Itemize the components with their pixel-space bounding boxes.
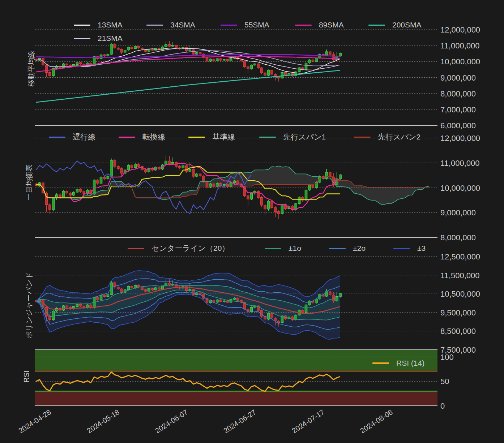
candle-up: [124, 50, 126, 52]
candle-up: [339, 293, 342, 296]
legend-swatch-sigma2: [329, 248, 346, 249]
candle-down: [137, 164, 140, 167]
candle-down: [271, 313, 273, 318]
tenkan-line: [36, 163, 340, 210]
legend-swatch-13sma: [74, 25, 90, 26]
sma-21-line: [36, 48, 340, 70]
candle-up: [134, 46, 137, 49]
legend-swatch-chikou: [49, 137, 65, 138]
candle-down: [151, 49, 154, 50]
ytick-p2: 11,000,000: [440, 159, 479, 168]
ytick-p1: 8,000,000: [440, 89, 476, 98]
legend-item-21sma: 21SMA: [74, 34, 123, 43]
candle-down: [236, 181, 239, 184]
candle-down: [117, 48, 120, 49]
legend-label-kijun: 基準線: [212, 132, 235, 142]
chart-lines: [36, 48, 429, 391]
candle-up: [161, 286, 164, 289]
candle-down: [117, 166, 120, 168]
candle-down: [219, 300, 222, 302]
candle-down: [49, 205, 51, 210]
candle-up: [233, 181, 236, 182]
ytick-p3: 8,500,000: [440, 327, 476, 336]
ytick-p1: 6,000,000: [440, 121, 476, 130]
ytick-p1: 10,000,000: [440, 57, 480, 66]
ytick-p3: 12,500,000: [440, 252, 480, 261]
legend-swatch-200sma: [368, 25, 385, 26]
legend-item-chikou: 遅行線: [49, 132, 95, 142]
candle-up: [305, 305, 307, 313]
candle-down: [103, 55, 106, 56]
candle-up: [76, 189, 78, 192]
candle-up: [189, 169, 191, 172]
candle-up: [107, 54, 109, 56]
candle-up: [148, 289, 150, 291]
legend-label-sigma2: ±2σ: [353, 244, 366, 253]
candle-up: [62, 191, 65, 197]
ytick-p2: 12,000,000: [440, 134, 480, 143]
legend-item-tenkan: 転換線: [119, 132, 165, 142]
candle-down: [131, 47, 133, 49]
candle-down: [243, 61, 246, 67]
ytick-p1: 11,000,000: [440, 41, 479, 50]
candle-down: [260, 197, 263, 205]
candle-down: [80, 189, 82, 192]
candle-up: [315, 58, 318, 61]
legend-item-sigma1: ±1σ: [265, 244, 302, 253]
candle-down: [260, 68, 263, 73]
candle-up: [281, 205, 283, 214]
legend-item-200sma: 200SMA: [368, 20, 422, 30]
candle-up: [62, 306, 65, 310]
legend-item-sigma2: ±2σ: [329, 244, 366, 253]
ytick-p1: 9,000,000: [440, 73, 476, 82]
ytick-p2: 10,000,000: [440, 184, 480, 193]
chart-page: { "background": "#1a1a1a", "grid": { "do…: [0, 0, 504, 443]
candle-down: [219, 59, 222, 60]
legend-swatch-55sma: [221, 25, 237, 26]
ytick-p2: 9,000,000: [440, 208, 476, 217]
candle-up: [52, 198, 55, 210]
legend-label-21sma: 21SMA: [98, 34, 123, 43]
candle-down: [274, 208, 277, 212]
candle-down: [312, 60, 314, 62]
ytick-p2: 8,000,000: [440, 233, 476, 242]
candle-up: [308, 185, 311, 190]
candle-up: [216, 59, 219, 61]
candle-down: [97, 180, 99, 183]
candle-down: [144, 290, 147, 291]
sma-200-line: [36, 70, 340, 102]
legend-swatch-tenkan: [119, 137, 135, 138]
candle-up: [223, 301, 226, 302]
candle-down: [45, 307, 48, 316]
candle-down: [329, 52, 331, 55]
legend-item-kijun: 基準線: [188, 132, 235, 142]
candle-up: [250, 65, 253, 69]
candle-down: [69, 193, 72, 195]
candle-up: [76, 63, 78, 64]
chart-canvas: 12,000,00011,000,00010,000,0009,000,0008…: [0, 0, 504, 443]
xtick-label: 2024-04-28: [17, 408, 52, 435]
ytick-rsi: 100: [440, 353, 454, 362]
candle-up: [295, 315, 297, 320]
candle-up: [325, 172, 328, 179]
legend-swatch-centerline: [128, 248, 144, 249]
candle-down: [141, 287, 144, 290]
ytick-p3: 10,500,000: [440, 289, 480, 298]
candle-down: [192, 50, 195, 54]
legend-item-senkou1: 先行スパン1: [259, 132, 326, 142]
candle-down: [206, 57, 208, 61]
xtick-label: 2024-06-07: [154, 408, 189, 435]
candle-down: [312, 185, 314, 188]
candle-down: [247, 67, 249, 69]
candle-down: [332, 295, 335, 301]
candle-down: [257, 64, 260, 68]
candle-down: [114, 44, 116, 48]
legend-swatch-34sma: [146, 25, 163, 26]
candle-down: [179, 166, 181, 168]
legend-label-senkou2: 先行スパン2: [378, 132, 420, 142]
legend-swatch-kijun: [188, 137, 205, 138]
rsi-oversold-zone: [35, 391, 437, 406]
candle-up: [100, 55, 102, 59]
candle-down: [271, 70, 273, 74]
legend-label-200sma: 200SMA: [392, 20, 422, 30]
